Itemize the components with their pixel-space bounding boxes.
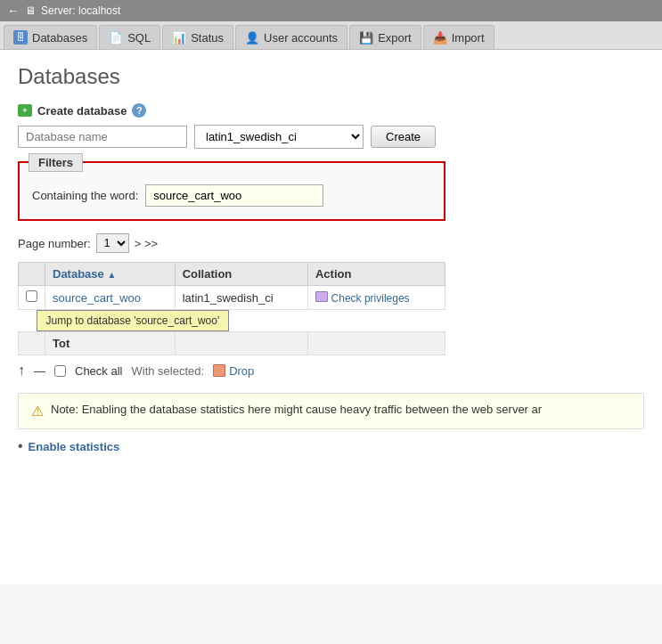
create-db-text: Create database [37, 104, 127, 118]
tab-import-label: Import [452, 31, 485, 45]
tab-sql[interactable]: 📄 SQL [99, 25, 160, 49]
create-button[interactable]: Create [371, 126, 436, 148]
tab-user-accounts-label: User accounts [264, 31, 338, 45]
tab-databases[interactable]: 🗄 Databases [4, 25, 97, 49]
drop-label: Drop [229, 364, 254, 378]
collation-select[interactable]: latin1_swedish_ci [194, 125, 364, 149]
bottom-controls: ↑ — Check all With selected: Drop [18, 363, 644, 379]
filters-section: Filters Containing the word: [18, 161, 445, 221]
database-link[interactable]: source_cart_woo [53, 291, 141, 305]
privileges-icon [315, 291, 328, 302]
drop-button[interactable]: Drop [213, 364, 254, 378]
row-checkbox[interactable] [26, 290, 37, 302]
title-bar: ← 🖥 Server: localhost [0, 0, 662, 21]
check-all-label[interactable]: Check all [75, 364, 122, 378]
create-db-icon: + [18, 104, 32, 117]
sql-icon: 📄 [109, 31, 123, 45]
page-number-label: Page number: [18, 237, 91, 250]
tooltip-box: Jump to database 'source_cart_woo' [37, 310, 230, 331]
with-selected-label: With selected: [131, 364, 204, 378]
tab-status[interactable]: 📊 Status [162, 25, 233, 49]
filter-input[interactable] [145, 184, 323, 207]
tab-import[interactable]: 📥 Import [423, 25, 494, 49]
tooltip-row: Jump to database 'source_cart_woo' [19, 310, 445, 332]
tooltip-cell: Jump to database 'source_cart_woo' [19, 310, 445, 332]
total-checkbox-cell [19, 332, 45, 355]
page-title: Databases [18, 64, 644, 89]
check-privileges-link[interactable]: Check privileges [331, 292, 410, 305]
create-db-controls: latin1_swedish_ci Create [18, 125, 644, 149]
filter-label: Containing the word: [32, 189, 138, 202]
tab-status-label: Status [191, 31, 224, 45]
check-all-checkbox[interactable] [54, 365, 66, 377]
nav-tabs: 🗄 Databases 📄 SQL 📊 Status 👤 User accoun… [0, 21, 662, 50]
status-icon: 📊 [172, 31, 186, 45]
row-checkbox-cell [19, 286, 45, 310]
enable-stats: • Enable statistics [18, 438, 644, 454]
pagination-row: Page number: 1 > >> [18, 233, 644, 253]
databases-icon: 🗄 [13, 30, 28, 45]
page-nav[interactable]: > >> [135, 237, 158, 250]
row-action-cell: Check privileges [307, 286, 445, 310]
total-label-cell: Tot [45, 332, 176, 355]
note-text: Note: Enabling the database statistics h… [51, 403, 542, 416]
help-icon[interactable]: ? [132, 103, 146, 118]
server-icon: 🖥 [25, 4, 36, 17]
create-db-label: + Create database ? [18, 103, 644, 118]
sort-line: — [34, 364, 45, 378]
tab-databases-label: Databases [32, 31, 87, 45]
database-name-input[interactable] [18, 126, 187, 148]
row-collation-cell: latin1_swedish_ci [175, 286, 307, 310]
server-title: Server: localhost [41, 4, 120, 17]
back-button[interactable]: ← [7, 4, 20, 18]
row-database-cell: source_cart_woo [45, 286, 176, 310]
filter-row: Containing the word: [32, 184, 431, 207]
warning-icon: ⚠ [31, 403, 44, 420]
import-icon: 📥 [433, 31, 447, 45]
bullet-icon: • [18, 438, 23, 454]
col-header-checkbox [19, 263, 45, 286]
note-section: ⚠ Note: Enabling the database statistics… [18, 393, 644, 429]
tab-export-label: Export [378, 31, 412, 45]
export-icon: 💾 [359, 31, 373, 45]
user-accounts-icon: 👤 [245, 31, 259, 45]
create-database-section: + Create database ? latin1_swedish_ci Cr… [18, 103, 644, 149]
filters-legend: Filters [29, 153, 83, 172]
table-row: source_cart_woo latin1_swedish_ci Check … [19, 286, 445, 310]
main-content: Databases + Create database ? latin1_swe… [0, 50, 662, 584]
tab-user-accounts[interactable]: 👤 User accounts [235, 25, 347, 49]
sort-icon: ↑ [18, 363, 25, 379]
drop-icon [213, 364, 225, 377]
databases-table: Database Collation Action source_cart_wo… [18, 262, 445, 355]
total-row: Tot [19, 332, 445, 355]
enable-statistics-link[interactable]: Enable statistics [29, 440, 120, 453]
total-action-cell [307, 332, 445, 355]
page-select[interactable]: 1 [96, 233, 129, 253]
col-header-action: Action [307, 263, 445, 286]
col-header-collation: Collation [175, 263, 307, 286]
total-collation-cell [175, 332, 307, 355]
tab-export[interactable]: 💾 Export [349, 25, 421, 49]
tab-sql-label: SQL [127, 31, 151, 45]
col-header-database[interactable]: Database [45, 263, 176, 286]
